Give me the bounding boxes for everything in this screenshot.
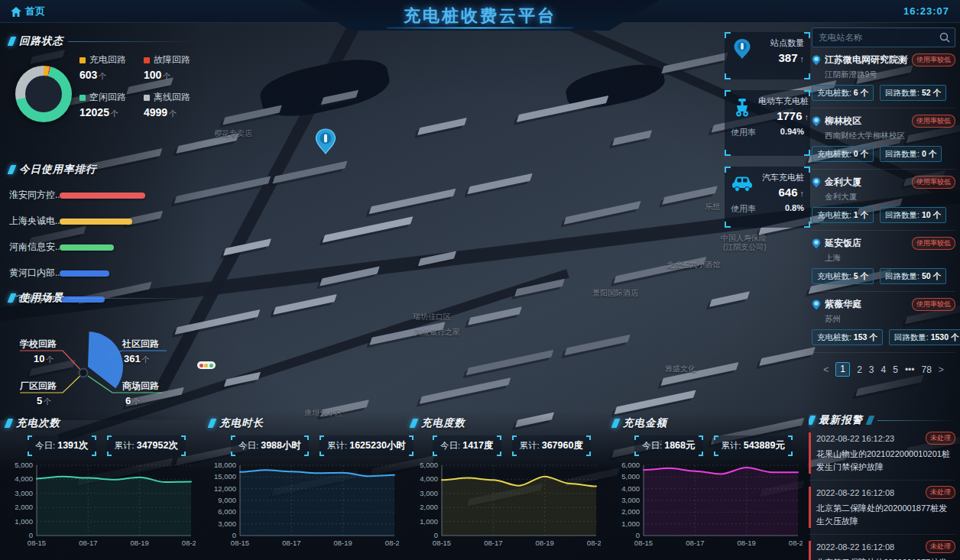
page-title: 充电桩收费云平台 — [0, 5, 960, 28]
legend-item: 空闲回路 12025个 — [79, 91, 139, 119]
stat-cards: 站点数量 387↑ 电动车充电桩 1776↑ 使用率0.94% 汽车充电桩 64 — [725, 32, 810, 238]
alarm-list-item[interactable]: 2022-08-22 16:12:23未处理花果山物业的202102200001… — [809, 426, 955, 481]
stat-value: 646 — [778, 186, 797, 199]
low-usage-badge: 使用率较低 — [912, 53, 955, 66]
circuit-count-box: 回路数量: 0 个 — [880, 146, 942, 162]
usage-value: 0.8% — [785, 203, 804, 215]
slash-icon — [8, 165, 17, 174]
page-button-1[interactable]: 1 — [835, 362, 850, 377]
svg-text:4,000: 4,000 — [420, 474, 438, 483]
svg-text:08-19: 08-19 — [536, 539, 554, 547]
rank-bar — [60, 193, 145, 199]
scene-value-mall: 6个 — [125, 395, 140, 407]
station-list-item[interactable]: 延安饭店使用率较低上海充电桩数: 5 个回路数量: 50 个 — [812, 231, 955, 292]
bottom-panel-title: 充电次数 — [16, 416, 60, 430]
line-chart: 03,0006,0009,00012,00015,00018,00008-150… — [209, 459, 404, 555]
station-list-item[interactable]: 柳林校区使用率较低西南财经大学柳林校区充电桩数: 0 个回路数量: 0 个 — [812, 108, 955, 170]
stat-card-ebike-piles: 电动车充电桩 1776↑ 使用率0.94% — [725, 90, 810, 156]
bottom-panel-title: 充电时长 — [219, 416, 264, 430]
svg-text:2,000: 2,000 — [420, 503, 438, 511]
slash-icon — [866, 416, 875, 425]
circuit-status-panel: 回路状态 充电回路 603个 故障回路 100个 空闲回路 12025个 离线回… — [9, 35, 196, 151]
circuit-status-title: 回路状态 — [19, 34, 63, 48]
rank-label: 黄河口内部... — [9, 267, 60, 280]
svg-text:08-21: 08-21 — [789, 539, 803, 547]
usage-value: 0.94% — [780, 127, 804, 138]
legend-value: 603 — [79, 69, 97, 81]
svg-text:5,000: 5,000 — [420, 461, 438, 469]
circuit-count-box: 回路数量: 1530 个 — [889, 329, 960, 345]
today-stat-box: 今日:1868元 — [634, 435, 703, 456]
svg-text:08-15: 08-15 — [433, 539, 451, 547]
scene-value-school: 10个 — [34, 353, 54, 365]
slash-icon — [8, 293, 17, 303]
rank-label: 淮安同方控... — [9, 189, 60, 202]
legend-swatch — [79, 95, 86, 101]
station-pin-icon — [812, 177, 821, 188]
svg-text:08-19: 08-19 — [334, 539, 352, 547]
circuit-count-box: 回路数量: 10 个 — [880, 207, 946, 223]
scene-label-factory: 厂区回路 — [20, 380, 57, 393]
low-usage-badge: 使用率较低 — [912, 298, 955, 311]
svg-text:08-15: 08-15 — [231, 539, 249, 547]
usage-rank-bars: 淮安同方控... 上海央诚电... 河南信息安... 黄河口内部... 广西南宁… — [9, 189, 196, 306]
alarm-panel: 最新报警 2022-08-22 16:12:23未处理花果山物业的2021022… — [809, 414, 955, 560]
alarm-list-item[interactable]: 2022-08-22 16:12:08未处理北京第二保障处的2020001877… — [809, 535, 955, 560]
up-arrow-icon: ↑ — [805, 112, 809, 121]
search-input[interactable] — [812, 28, 955, 47]
pile-count-box: 充电桩数: 0 个 — [812, 146, 874, 162]
usage-rank-title: 今日使用率排行 — [19, 163, 97, 176]
legend-label: 充电回路 — [89, 53, 126, 66]
stat-card-stations: 站点数量 387↑ — [725, 32, 810, 79]
svg-text:5,000: 5,000 — [15, 461, 33, 469]
map-pin-icon[interactable] — [315, 128, 336, 157]
unhandled-badge: 未处理 — [926, 486, 955, 499]
page-button-3[interactable]: 3 — [869, 364, 874, 375]
circuit-status-title-row: 回路状态 — [9, 35, 196, 47]
up-arrow-icon: ↑ — [800, 189, 805, 198]
svg-text:1,000: 1,000 — [621, 520, 640, 528]
page-button-5[interactable]: 5 — [893, 364, 898, 375]
today-stat-box: 今日:1417度 — [433, 435, 501, 456]
svg-text:1,000: 1,000 — [420, 517, 438, 526]
scene-label-school: 学校回路 — [20, 338, 57, 351]
station-list-item[interactable]: 江苏微电网研究院测试使用率较低江阴新澄路9号充电桩数: 6 个回路数量: 52 … — [812, 47, 955, 108]
svg-text:6,000: 6,000 — [621, 461, 640, 469]
title-rule — [68, 298, 196, 299]
svg-text:3,000: 3,000 — [15, 489, 33, 497]
total-stat-box: 累计:1625230小时 — [319, 435, 414, 456]
station-list: 江苏微电网研究院测试使用率较低江阴新澄路9号充电桩数: 6 个回路数量: 52 … — [812, 47, 955, 353]
station-address: 上海 — [825, 253, 955, 264]
legend-label: 空闲回路 — [89, 91, 126, 104]
legend-value: 4999 — [144, 106, 167, 118]
chart-panel-charge-count: 充电次数今日:1391次累计:347952次01,0002,0003,0004,… — [6, 417, 200, 558]
page-button-2[interactable]: 2 — [857, 364, 862, 375]
station-pin-icon — [812, 238, 821, 249]
usage-label: 使用率 — [731, 127, 756, 138]
line-chart: 01,0002,0003,0004,0005,00008-1508-1708-1… — [6, 459, 200, 555]
pile-count-box: 充电桩数: 6 个 — [812, 85, 874, 101]
legend-unit: 个 — [111, 109, 118, 118]
bottom-panel-title: 充电金额 — [623, 416, 667, 430]
svg-text:08-17: 08-17 — [282, 539, 300, 547]
page-button-4[interactable]: 4 — [881, 364, 887, 375]
pagination: < 1 2 3 4 5 ••• 78 > — [812, 362, 955, 377]
station-list-item[interactable]: 紫薇华庭使用率较低苏州充电桩数: 153 个回路数量: 1530 个 — [812, 292, 955, 353]
station-list-item[interactable]: 金利大厦使用率较低金利大厦充电桩数: 1 个回路数量: 10 个 — [812, 170, 955, 231]
search-icon[interactable] — [939, 32, 950, 46]
station-list-panel: 江苏微电网研究院测试使用率较低江阴新澄路9号充电桩数: 6 个回路数量: 52 … — [812, 28, 955, 377]
legend-value: 12025 — [79, 106, 109, 118]
total-stat-box: 累计:347952次 — [107, 435, 186, 456]
svg-text:08-17: 08-17 — [686, 539, 704, 547]
line-chart: 01,0002,0003,0004,0005,00008-1508-1708-1… — [411, 459, 605, 555]
svg-text:12,000: 12,000 — [214, 484, 236, 493]
page-button-78[interactable]: 78 — [922, 364, 932, 375]
alarm-list-item[interactable]: 2022-08-22 16:12:08未处理北京第二保障处的2020001877… — [809, 481, 955, 535]
page-next-button[interactable]: > — [939, 364, 944, 375]
rank-row: 河南信息安... — [9, 241, 196, 254]
rank-bar — [60, 218, 132, 225]
page-prev-button[interactable]: < — [823, 364, 829, 375]
stat-label: 站点数量 — [758, 37, 804, 49]
scene-label-community: 社区回路 — [122, 338, 159, 351]
svg-text:08-21: 08-21 — [182, 539, 196, 547]
